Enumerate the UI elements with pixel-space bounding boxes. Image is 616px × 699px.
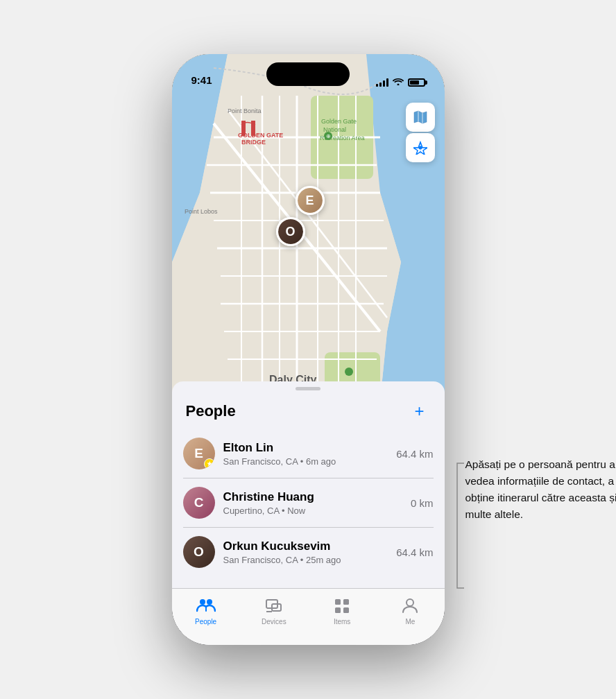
svg-text:BRIDGE: BRIDGE [241,139,266,146]
person-distance-elton: 64.4 km [396,448,433,460]
pin-avatar-orkun: O [278,219,303,244]
person-info-orkun: Orkun Kucuksevim San Francisco, CA • 25m… [223,540,397,565]
svg-point-37 [345,368,353,376]
me-tab-icon [401,596,419,615]
svg-point-52 [407,599,413,606]
person-detail-orkun: San Francisco, CA • 25m ago [223,555,397,565]
map-type-button[interactable] [406,103,435,132]
svg-rect-49 [343,599,349,605]
tab-devices[interactable]: Devices [240,596,308,625]
map-controls [406,103,435,162]
avatar-christine: C [183,487,215,519]
svg-text:Point Bonita: Point Bonita [228,107,262,114]
callout-box: Apăsați pe o persoană pentru a vedea inf… [465,456,617,523]
star-badge: ★ [204,458,215,469]
person-item-orkun[interactable]: O Orkun Kucuksevim San Francisco, CA • 2… [183,528,434,576]
wifi-icon [393,77,404,87]
svg-point-42 [200,599,205,605]
status-time: 9:41 [191,74,212,87]
svg-point-43 [207,599,212,605]
sheet-header: People + [172,390,445,429]
page-wrapper: 9:41 [172,54,445,645]
person-detail-christine: Cupertino, CA • Now [223,506,411,516]
people-list: E ★ Elton Lin San Francisco, CA • 6m ago… [172,429,445,576]
person-name-christine: Christine Huang [223,490,411,504]
devices-tab-icon [265,596,283,615]
items-tab-icon [333,596,351,615]
svg-rect-50 [335,607,341,613]
callout-text: Apăsați pe o persoană pentru a vedea inf… [465,456,617,523]
svg-rect-51 [343,607,349,613]
avatar-orkun: O [183,536,215,568]
sheet-title: People [186,402,236,420]
svg-text:⊕: ⊕ [326,133,331,139]
add-person-button[interactable]: + [409,400,431,422]
location-button[interactable] [406,133,435,162]
callout-bracket-icon [453,456,465,595]
tab-label-devices: Devices [262,618,286,625]
tab-label-items: Items [334,618,350,625]
person-distance-orkun: 64.4 km [396,546,433,558]
avatar-elton: E ★ [183,438,215,469]
map-pin-orkun[interactable]: O [276,217,305,246]
person-item-elton[interactable]: E ★ Elton Lin San Francisco, CA • 6m ago… [183,429,434,478]
dynamic-island [266,62,350,86]
battery-icon [408,78,425,87]
tab-bar: People Devices [172,588,445,645]
tab-me[interactable]: Me [376,596,444,625]
person-info-christine: Christine Huang Cupertino, CA • Now [223,490,411,516]
person-name-elton: Elton Lin [223,441,397,455]
svg-text:Point Lobos: Point Lobos [185,208,218,215]
svg-point-41 [418,146,422,150]
phone-screen: 9:41 [172,54,445,645]
map-pin-elton[interactable]: E [296,186,325,215]
person-distance-christine: 0 km [411,497,434,509]
svg-rect-48 [335,599,341,605]
tab-people[interactable]: People [172,596,240,625]
bottom-sheet: People + E ★ Elton Lin San Francisco, CA… [172,381,445,645]
tab-label-people: People [195,618,216,625]
tab-label-me: Me [405,618,415,625]
signal-bars-icon [376,78,388,87]
tab-items[interactable]: Items [308,596,376,625]
phone-frame: 9:41 [172,54,445,645]
person-info-elton: Elton Lin San Francisco, CA • 6m ago [223,441,397,467]
person-item-christine[interactable]: C Christine Huang Cupertino, CA • Now 0 … [183,478,434,528]
people-tab-icon [196,596,216,615]
svg-text:Golden Gate: Golden Gate [321,118,357,125]
status-icons [376,77,425,87]
pin-avatar-elton: E [298,188,323,213]
person-detail-elton: San Francisco, CA • 6m ago [223,456,397,467]
person-name-orkun: Orkun Kucuksevim [223,540,397,553]
